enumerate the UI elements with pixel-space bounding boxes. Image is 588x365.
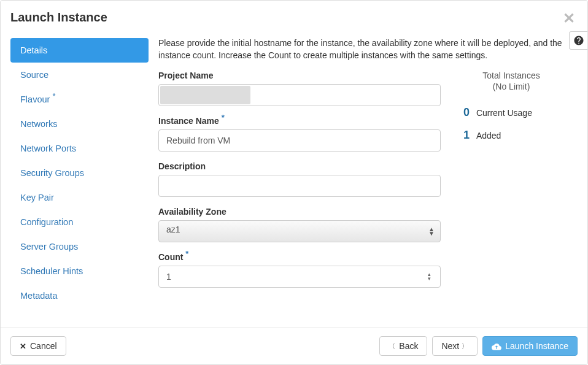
sidebar-item-label: Configuration: [20, 217, 73, 227]
current-usage-label: Current Usage: [476, 108, 532, 118]
added-label: Added: [476, 131, 501, 140]
launch-instance-dialog: Launch Instance ✕ Details Source Flavour…: [0, 0, 588, 365]
summary-title: Total Instances: [459, 71, 563, 80]
help-button[interactable]: [569, 31, 587, 50]
sidebar-item-source[interactable]: Source: [10, 63, 149, 87]
back-label: Back: [399, 341, 418, 351]
summary-subtitle: (No Limit): [459, 82, 563, 91]
description-label: Description: [158, 161, 441, 171]
availability-zone-select[interactable]: az1: [158, 220, 441, 242]
sidebar-item-details[interactable]: Details: [10, 38, 149, 63]
sidebar-item-key-pair[interactable]: Key Pair: [10, 185, 149, 210]
required-star-icon: *: [185, 249, 188, 258]
project-name-field: [158, 84, 441, 106]
dialog-header: Launch Instance ✕: [1, 1, 587, 31]
availability-zone-label: Availability Zone: [158, 207, 441, 217]
sidebar-item-network-ports[interactable]: Network Ports: [10, 136, 149, 161]
sidebar-item-metadata[interactable]: Metadata: [10, 283, 149, 308]
count-label: Count *: [158, 252, 441, 262]
cancel-button[interactable]: ✕ Cancel: [10, 336, 66, 356]
count-stepper[interactable]: [158, 266, 441, 288]
cloud-upload-icon: [492, 342, 501, 350]
required-star-icon: *: [222, 113, 225, 122]
sidebar-item-security-groups[interactable]: Security Groups: [10, 161, 149, 185]
chevron-left-icon: 〈: [389, 342, 395, 351]
chevron-right-icon: 〉: [462, 342, 468, 351]
form-column: Project Name Instance Name * Description: [158, 71, 441, 298]
current-usage-stat: 0 Current Usage: [459, 106, 563, 119]
sidebar-item-label: Key Pair: [20, 193, 54, 202]
help-icon: [573, 35, 584, 46]
required-star-icon: *: [52, 91, 55, 101]
sidebar-item-flavour[interactable]: Flavour *: [10, 87, 149, 112]
project-name-group: Project Name: [158, 71, 441, 106]
sidebar-item-label: Metadata: [20, 291, 57, 301]
sidebar-item-label: Scheduler Hints: [20, 266, 83, 276]
sidebar-item-label: Server Groups: [20, 242, 78, 252]
availability-zone-group: Availability Zone az1 ▲▼: [158, 207, 441, 242]
x-icon: ✕: [20, 342, 26, 351]
cancel-label: Cancel: [30, 341, 57, 351]
next-label: Next: [441, 341, 459, 351]
launch-instance-button[interactable]: Launch Instance: [482, 336, 578, 356]
project-name-label: Project Name: [158, 71, 441, 80]
instance-name-label: Instance Name *: [158, 116, 441, 126]
added-number: 1: [462, 129, 471, 142]
wizard-sidebar: Details Source Flavour * Networks Networ…: [10, 31, 149, 327]
added-stat: 1 Added: [459, 129, 563, 142]
sidebar-item-scheduler-hints[interactable]: Scheduler Hints: [10, 259, 149, 283]
sidebar-item-label: Networks: [20, 119, 57, 129]
instance-name-field[interactable]: [158, 129, 441, 152]
back-button[interactable]: 〈 Back: [379, 336, 427, 356]
description-group: Description: [158, 161, 441, 197]
description-field[interactable]: [158, 175, 441, 197]
summary-column: Total Instances (No Limit) 0 Current Usa…: [441, 71, 563, 298]
form-content: Please provide the initial hostname for …: [149, 31, 578, 327]
launch-label: Launch Instance: [505, 341, 568, 351]
intro-text: Please provide the initial hostname for …: [158, 37, 568, 62]
sidebar-item-label: Details: [20, 45, 47, 55]
next-button[interactable]: Next 〉: [432, 336, 478, 356]
sidebar-item-configuration[interactable]: Configuration: [10, 210, 149, 234]
instance-name-group: Instance Name *: [158, 116, 441, 152]
count-group: Count * ▴▾: [158, 252, 441, 288]
sidebar-item-label: Network Ports: [20, 144, 76, 153]
disabled-fill: [160, 86, 250, 104]
current-usage-number: 0: [462, 106, 471, 119]
dialog-body: Details Source Flavour * Networks Networ…: [1, 31, 587, 327]
sidebar-item-label: Security Groups: [20, 168, 84, 178]
close-icon[interactable]: ✕: [563, 11, 575, 26]
sidebar-item-label: Flavour: [20, 94, 50, 104]
dialog-title: Launch Instance: [10, 10, 578, 25]
sidebar-item-networks[interactable]: Networks: [10, 112, 149, 136]
dialog-footer: ✕ Cancel 〈 Back Next 〉 Launch Instance: [1, 327, 587, 364]
sidebar-item-label: Source: [20, 70, 48, 80]
sidebar-item-server-groups[interactable]: Server Groups: [10, 234, 149, 259]
